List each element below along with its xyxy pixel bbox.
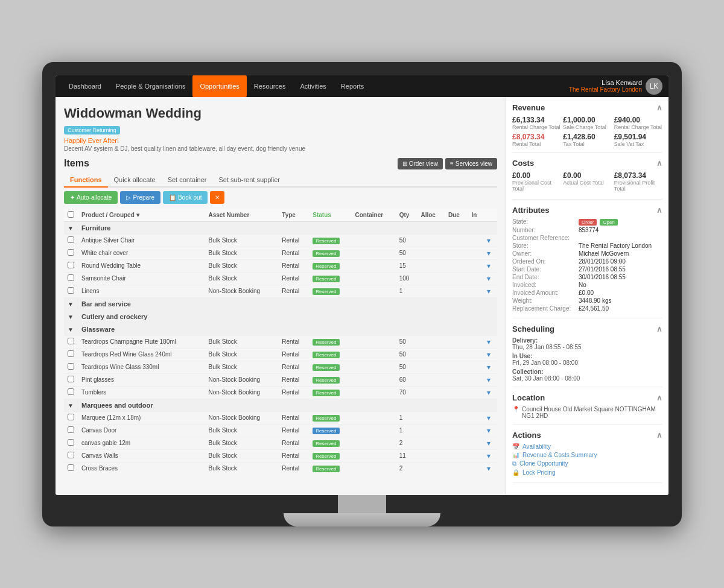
nav-opportunities[interactable]: Opportunities	[192, 75, 246, 97]
nav-activities[interactable]: Activities	[293, 75, 333, 97]
nav-reports[interactable]: Reports	[334, 75, 372, 97]
attr-owner-row: Owner: Michael McGovern	[512, 250, 662, 257]
group-collapse-icon[interactable]: ▼	[68, 314, 74, 320]
row-chevron[interactable]: ▾	[483, 449, 497, 462]
action-clone[interactable]: ⧉ Clone Opportunity	[512, 460, 662, 467]
row-in	[468, 411, 483, 424]
row-chevron[interactable]: ▾	[483, 234, 497, 247]
row-alloc	[417, 335, 444, 348]
row-chevron[interactable]: ▾	[483, 373, 497, 386]
row-checkbox[interactable]	[68, 338, 74, 344]
row-due	[445, 373, 468, 386]
row-type: Rental	[278, 462, 309, 474]
nav-dashboard[interactable]: Dashboard	[62, 75, 109, 97]
row-chevron[interactable]: ▾	[483, 285, 497, 297]
row-due	[445, 437, 468, 449]
row-qty: 1	[396, 285, 418, 297]
table-row: Canvas Walls Bulk Stock Rental Reserved …	[64, 449, 497, 462]
row-asset: Non-Stock Booking	[205, 285, 279, 297]
row-checkbox[interactable]	[68, 464, 74, 471]
group-collapse-icon[interactable]: ▼	[68, 225, 74, 232]
row-chevron[interactable]: ▾	[483, 361, 497, 373]
row-asset: Bulk Stock	[205, 361, 279, 373]
row-type: Rental	[278, 234, 309, 247]
attributes-title: Attributes	[512, 206, 549, 215]
action-availability[interactable]: 📅 Availability	[512, 443, 662, 450]
tab-quick-allocate[interactable]: Quick allocate	[108, 173, 162, 188]
row-product: Round Wedding Table	[78, 259, 205, 272]
table-row: Pint glasses Non-Stock Booking Rental Re…	[64, 373, 497, 386]
row-container	[351, 373, 395, 386]
row-chevron[interactable]: ▾	[483, 348, 497, 361]
scheduling-collapse[interactable]: ∧	[656, 324, 662, 334]
row-checkbox[interactable]	[68, 236, 74, 243]
attr-invoiced-amount-row: Invoiced Amount: £0.00	[512, 289, 662, 296]
items-section-title: Items	[64, 158, 89, 169]
row-checkbox[interactable]	[68, 262, 74, 268]
prepare-btn[interactable]: ▷ Prepare	[120, 191, 160, 204]
row-in	[468, 247, 483, 259]
left-panel: Widdowman Wedding Customer Returning Hap…	[56, 97, 506, 495]
items-table-container[interactable]: Product / Grouped ▾ Asset Number Type St…	[64, 209, 497, 474]
row-container	[351, 272, 395, 285]
location-collapse[interactable]: ∧	[656, 393, 662, 402]
tab-set-container[interactable]: Set container	[162, 173, 213, 188]
action-revenue-costs[interactable]: 📊 Revenue & Costs Summary	[512, 452, 662, 458]
row-chevron[interactable]: ▾	[483, 247, 497, 259]
row-checkbox[interactable]	[68, 249, 74, 256]
table-row: Cross Braces Bulk Stock Rental Reserved …	[64, 462, 497, 474]
row-checkbox[interactable]	[68, 363, 74, 370]
row-chevron[interactable]: ▾	[483, 437, 497, 449]
row-asset: Bulk Stock	[205, 259, 279, 272]
col-type: Type	[278, 209, 309, 222]
row-status: Reserved	[309, 348, 351, 361]
select-all-checkbox[interactable]	[68, 211, 74, 218]
row-chevron[interactable]: ▾	[483, 272, 497, 285]
nav-resources[interactable]: Resources	[247, 75, 293, 97]
row-chevron[interactable]: ▾	[483, 259, 497, 272]
row-chevron[interactable]: ▾	[483, 386, 497, 399]
group-collapse-icon[interactable]: ▼	[68, 326, 74, 333]
order-view-btn[interactable]: ⊞ Order view	[398, 158, 443, 169]
row-checkbox[interactable]	[68, 439, 74, 446]
row-chevron[interactable]: ▾	[483, 424, 497, 437]
row-checkbox[interactable]	[68, 388, 74, 395]
row-container	[351, 247, 395, 259]
revenue-collapse[interactable]: ∧	[656, 103, 662, 112]
book-out-btn[interactable]: 📋 Book out	[163, 191, 208, 204]
row-checkbox[interactable]	[68, 376, 74, 382]
group-name: Glassware	[78, 323, 497, 335]
table-group-row: ▼ Glassware	[64, 323, 497, 335]
nav-people[interactable]: People & Organisations	[109, 75, 193, 97]
row-type: Rental	[278, 424, 309, 437]
row-checkbox[interactable]	[68, 452, 74, 458]
row-checkbox[interactable]	[68, 287, 74, 294]
services-view-btn[interactable]: ≡ Services view	[445, 158, 497, 169]
costs-collapse[interactable]: ∧	[656, 159, 662, 168]
row-asset: Bulk Stock	[205, 462, 279, 474]
attr-end-row: End Date: 30/01/2016 08:55	[512, 274, 662, 280]
extra-action-btn[interactable]: ✕	[210, 191, 224, 204]
group-collapse-icon[interactable]: ▼	[68, 301, 74, 308]
row-checkbox[interactable]	[68, 350, 74, 357]
row-checkbox[interactable]	[68, 426, 74, 433]
row-chevron[interactable]: ▾	[483, 462, 497, 474]
row-chevron[interactable]: ▾	[483, 335, 497, 348]
row-qty: 2	[396, 437, 418, 449]
row-due	[445, 234, 468, 247]
actions-title: Actions	[512, 431, 541, 440]
attributes-collapse[interactable]: ∧	[656, 206, 662, 215]
row-checkbox[interactable]	[68, 414, 74, 420]
row-checkbox[interactable]	[68, 274, 74, 281]
action-lock-pricing[interactable]: 🔒 Lock Pricing	[512, 469, 662, 476]
actions-collapse[interactable]: ∧	[656, 431, 662, 440]
main-content: Widdowman Wedding Customer Returning Hap…	[56, 97, 668, 495]
cost-item-0: £0.00 Provisional Cost Total	[512, 171, 560, 192]
group-collapse-icon[interactable]: ▼	[68, 402, 74, 409]
row-alloc	[417, 437, 444, 449]
chart-icon: 📊	[512, 452, 519, 458]
tab-functions[interactable]: Functions	[64, 173, 108, 188]
auto-allocate-btn[interactable]: ✦ Auto-allocate	[64, 191, 118, 204]
tab-sub-rent-supplier[interactable]: Set sub-rent supplier	[212, 173, 286, 188]
row-chevron[interactable]: ▾	[483, 411, 497, 424]
